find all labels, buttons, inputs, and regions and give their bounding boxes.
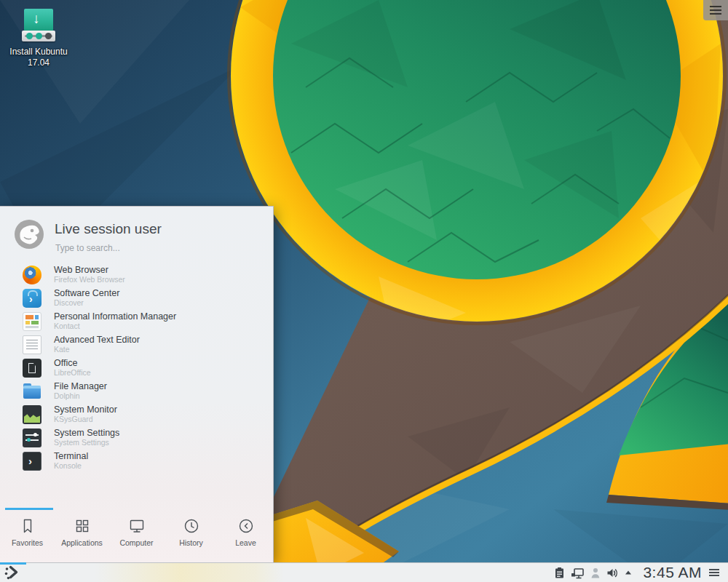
desktop-toolbox-button[interactable] [703,0,728,20]
launcher-tab-bar: Favorites Applications [0,508,273,562]
libreoffice-icon [23,359,41,378]
tab-label: Leave [218,538,273,547]
app-item-terminal[interactable]: Terminal Konsole [0,450,273,473]
ksysguard-icon [23,405,41,424]
kickoff-menu-icon [4,564,21,581]
app-subtitle: Firefox Web Browser [54,275,273,284]
desktop: ↓ Install Kubuntu 17.04 [0,0,728,582]
application-launcher-button[interactable] [4,564,25,581]
favorites-app-list: Web Browser Firefox Web Browser Software… [0,263,273,473]
tab-computer[interactable]: Computer [109,517,164,547]
dolphin-icon [23,382,41,401]
launcher-header: Live session user Type to search... [0,207,273,262]
app-item-office[interactable]: Office LibreOffice [0,356,273,380]
user-avatar-konqi [15,220,44,249]
digital-clock[interactable]: 3:45 AM [643,564,702,581]
installer-icon: ↓ [22,9,55,42]
app-title: Office [54,359,273,368]
app-title: System Monitor [54,405,273,415]
tab-label: Favorites [0,538,55,547]
tab-label: Computer [109,538,164,547]
taskbar-panel: 3:45 AM [0,562,728,582]
tab-history[interactable]: History [164,517,218,547]
hamburger-menu-icon [710,6,721,17]
user-name: Live session user [55,221,162,237]
leave-circle-icon [237,517,256,535]
discover-icon [23,289,41,308]
app-title: Terminal [54,452,273,461]
app-subtitle: Kontact [54,322,273,330]
desktop-icon-label: Install Kubuntu 17.04 [6,47,71,68]
user-avatar[interactable] [15,220,44,249]
kate-icon [23,335,41,354]
clipboard-icon[interactable] [553,567,566,579]
panel-hamburger-button[interactable] [709,567,719,578]
tab-label: Applications [55,538,109,547]
app-subtitle: KSysGuard [54,415,273,423]
desktop-icon-install-kubuntu[interactable]: ↓ Install Kubuntu 17.04 [6,9,71,68]
app-subtitle: Kate [54,345,273,354]
systemsettings-icon [23,428,41,447]
konsole-icon [23,452,41,471]
search-input[interactable]: Type to search... [55,243,120,253]
app-subtitle: System Settings [54,438,273,447]
app-subtitle: LibreOffice [54,368,273,377]
grid-icon [73,517,92,535]
app-subtitle: Discover [54,298,273,307]
clock-icon [182,517,201,535]
app-item-web-browser[interactable]: Web Browser Firefox Web Browser [0,263,273,287]
system-tray [553,567,633,579]
active-launcher-indicator [0,562,26,565]
tab-applications[interactable]: Applications [55,517,109,547]
app-title: Software Center [54,289,273,298]
monitor-icon [127,517,146,535]
app-subtitle: Konsole [54,461,273,470]
app-title: System Settings [54,428,273,438]
app-subtitle: Dolphin [54,391,273,400]
active-tab-indicator [5,508,53,510]
app-item-pim[interactable]: Personal Information Manager Kontact [0,310,273,333]
app-item-text-editor[interactable]: Advanced Text Editor Kate [0,333,273,356]
app-title: Web Browser [54,266,273,275]
app-item-software-center[interactable]: Software Center Discover [0,287,273,310]
app-item-file-manager[interactable]: File Manager Dolphin [0,380,273,403]
app-title: Advanced Text Editor [54,335,273,345]
app-title: Personal Information Manager [54,312,273,322]
download-arrow-icon: ↓ [22,11,51,27]
tab-favorites[interactable]: Favorites [0,517,55,547]
kontact-icon [23,312,41,331]
application-launcher-popup: Live session user Type to search... Web … [0,206,274,562]
user-status-icon[interactable] [589,567,601,579]
network-wired-icon[interactable] [571,567,584,579]
app-title: File Manager [54,382,273,391]
audio-volume-icon[interactable] [606,567,619,579]
tab-leave[interactable]: Leave [218,517,273,547]
firefox-icon [23,266,41,284]
app-item-system-settings[interactable]: System Settings System Settings [0,426,273,450]
app-item-system-monitor[interactable]: System Monitor KSysGuard [0,403,273,426]
tab-label: History [164,538,218,547]
bookmark-icon [18,517,37,535]
expand-arrow-icon[interactable] [624,569,633,576]
